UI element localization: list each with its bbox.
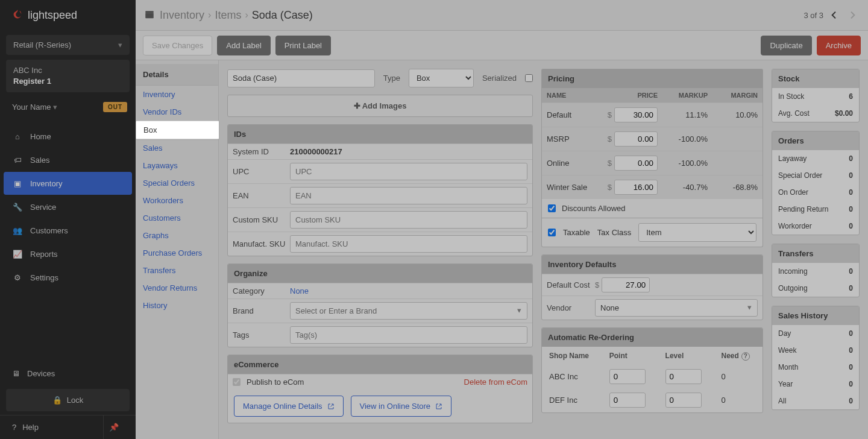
pager-prev[interactable] [827, 8, 841, 22]
subnav-sales[interactable]: Sales [136, 139, 218, 157]
company-name: ABC Inc [13, 65, 122, 76]
serialized-checkbox[interactable] [525, 74, 533, 82]
organize-card: Organize CategoryNone Brand▾ Tags [227, 264, 533, 347]
brand-text: lightspeed [28, 9, 77, 22]
price-input-online[interactable] [614, 156, 658, 171]
price-input-default[interactable] [614, 107, 658, 122]
nav-service[interactable]: 🔧Service [4, 195, 132, 218]
category-link[interactable]: None [290, 286, 309, 295]
nav-sales[interactable]: 🏷Sales [4, 148, 132, 171]
vendor-select[interactable] [595, 299, 758, 317]
subnav-special-orders[interactable]: Special Orders [136, 174, 218, 192]
reorder-row: ABC Inc0 [543, 365, 761, 388]
type-select[interactable]: Box [409, 69, 474, 87]
archive-button[interactable]: Archive [817, 36, 861, 55]
point-input[interactable] [609, 369, 646, 384]
nav-home[interactable]: ⌂Home [4, 125, 132, 148]
print-label-button[interactable]: Print Label [275, 36, 331, 55]
add-label-button[interactable]: Add Label [217, 36, 271, 55]
devices-label: Devices [27, 369, 55, 378]
upc-input[interactable] [290, 163, 527, 180]
default-cost-input[interactable] [602, 277, 650, 292]
pager-text: 3 of 3 [804, 11, 823, 20]
out-badge[interactable]: OUT [103, 102, 127, 112]
price-input-winter[interactable] [614, 180, 658, 195]
delete-from-ecom-link[interactable]: Delete from eCom [464, 377, 527, 387]
subnav-graphs[interactable]: Graphs [136, 227, 218, 244]
view-in-online-store-button[interactable]: View in Online Store [351, 396, 452, 417]
th-margin: MARGIN [712, 88, 763, 103]
tax-class-select[interactable]: Item [638, 223, 756, 242]
th-point: Point [603, 348, 658, 364]
ean-input[interactable] [290, 187, 527, 204]
pricing-row-online: Online$-100.0% [542, 151, 763, 175]
wrench-icon: 🔧 [12, 201, 23, 212]
nav-inventory[interactable]: ▣Inventory [4, 172, 132, 195]
subnav-layaways[interactable]: Layaways [136, 157, 218, 174]
subnav-transfers[interactable]: Transfers [136, 262, 218, 279]
subnav-inventory[interactable]: Inventory [136, 86, 218, 103]
name-row: Type Box Serialized [227, 69, 533, 87]
product-selector[interactable]: Retail (R-Series) ▾ [6, 35, 130, 55]
user-name: Your Name [12, 103, 51, 112]
taxable-label: Taxable [563, 228, 590, 237]
th-markup: MARKUP [662, 88, 712, 103]
subnav-customers[interactable]: Customers [136, 209, 218, 227]
level-input[interactable] [665, 393, 702, 408]
in-stock-value: 6 [849, 92, 853, 101]
discounts-checkbox[interactable] [548, 204, 556, 212]
pager-next[interactable] [845, 8, 860, 22]
chevron-down-icon: ▾ [747, 303, 752, 312]
help-icon[interactable]: ? [741, 352, 750, 361]
ids-card: IDs System ID210000000217 UPC EAN Custom… [227, 124, 533, 256]
duplicate-button[interactable]: Duplicate [761, 36, 811, 55]
nav-settings[interactable]: ⚙Settings [4, 266, 132, 289]
nav-label: Inventory [30, 179, 62, 188]
company-box[interactable]: ABC Inc Register 1 [6, 60, 130, 92]
ecommerce-card: eCommerce Publish to eCom Delete from eC… [227, 355, 533, 423]
system-id-label: System ID [233, 147, 290, 156]
breadcrumb-items[interactable]: Items [215, 9, 241, 22]
custom-sku-input[interactable] [290, 211, 527, 229]
th-level: Level [659, 348, 714, 364]
point-input[interactable] [609, 393, 646, 408]
transfers-card: Transfers Incoming0 Outgoing0 [772, 244, 860, 297]
taxable-checkbox[interactable] [548, 229, 556, 236]
publish-label: Publish to eCom [247, 377, 304, 387]
level-input[interactable] [665, 369, 702, 384]
subnav-vendor-returns[interactable]: Vendor Returns [136, 279, 218, 297]
subnav-purchase-orders[interactable]: Purchase Orders [136, 244, 218, 262]
in-stock-label: In Stock [778, 92, 804, 101]
brand-select[interactable] [290, 302, 527, 320]
save-button[interactable]: Save Changes [143, 36, 212, 55]
brand-label: Brand [233, 306, 290, 315]
add-images-button[interactable]: ✚ Add Images [227, 95, 533, 117]
lock-button[interactable]: 🔒Lock [6, 389, 130, 411]
th-shop: Shop Name [543, 348, 602, 364]
subnav-box[interactable]: Box [136, 121, 219, 139]
pin-icon[interactable]: 📌 [103, 415, 124, 440]
price-input-msrp[interactable] [614, 131, 658, 147]
breadcrumb-inventory[interactable]: Inventory [160, 9, 204, 22]
item-name-input[interactable] [227, 69, 375, 87]
chevron-down-icon: ▾ [118, 40, 122, 49]
stock-card: Stock In Stock6 Avg. Cost$0.00 [772, 69, 860, 122]
main: Inventory › Items › Soda (Case) 3 of 3 S… [136, 0, 868, 439]
help-link[interactable]: ?Help [12, 423, 39, 432]
item-subnav: Details Inventory Vendor IDs Box Sales L… [136, 60, 219, 439]
user-row[interactable]: Your Name ▾ OUT [6, 97, 130, 117]
publish-checkbox[interactable] [233, 378, 241, 386]
nav-devices[interactable]: 🖥Devices [0, 362, 136, 385]
manage-online-details-button[interactable]: Manage Online Details [234, 396, 344, 417]
manufact-sku-input[interactable] [290, 235, 527, 253]
tags-input[interactable] [290, 326, 527, 344]
main-nav: ⌂Home 🏷Sales ▣Inventory 🔧Service 👥Custom… [0, 122, 136, 292]
th-price: PRICE [596, 88, 662, 103]
subnav-vendor-ids[interactable]: Vendor IDs [136, 103, 218, 121]
chevron-down-icon: ▾ [53, 103, 57, 112]
nav-customers[interactable]: 👥Customers [4, 219, 132, 242]
nav-reports[interactable]: 📈Reports [4, 242, 132, 265]
subnav-workorders[interactable]: Workorders [136, 192, 218, 209]
avg-cost-label: Avg. Cost [778, 109, 810, 118]
subnav-history[interactable]: History [136, 297, 218, 314]
